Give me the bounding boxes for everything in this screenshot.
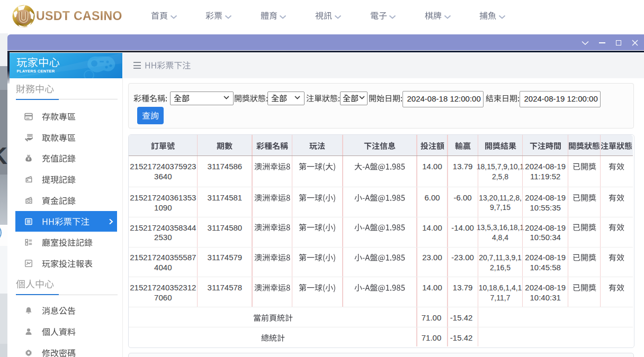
svg-text:Casino: Casino <box>19 25 28 28</box>
